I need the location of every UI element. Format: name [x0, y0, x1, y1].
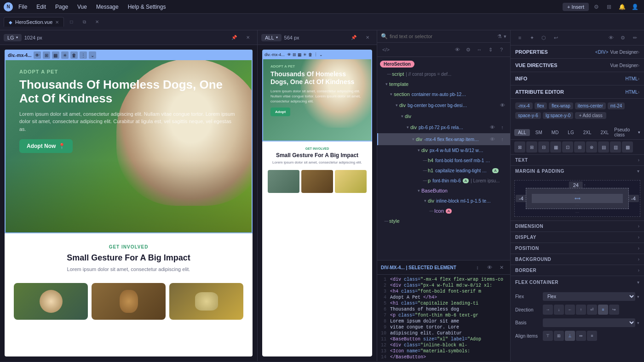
split-panel[interactable]: ⧉: [79, 17, 90, 28]
menu-file[interactable]: File: [15, 3, 31, 11]
margin-top-stepper[interactable]: ↑: [584, 183, 586, 187]
tree-node-herosection[interactable]: HeroSection: [377, 59, 510, 69]
flex-container-header[interactable]: FLEX CONTAINER ▾: [511, 276, 644, 288]
code-close-icon[interactable]: ✕: [496, 262, 506, 272]
menu-edit[interactable]: Edit: [33, 3, 50, 11]
layout-tool-8[interactable]: ▤: [598, 141, 609, 153]
minimize-panel[interactable]: □: [66, 17, 77, 28]
tree-toggle-basebutton[interactable]: ▾: [416, 188, 421, 193]
layout-tool-6[interactable]: ⊞: [574, 141, 585, 153]
code-icon[interactable]: </>: [381, 45, 391, 55]
class-tab-xl[interactable]: 2XL: [580, 129, 595, 136]
layout-tool-4[interactable]: ▦: [550, 141, 561, 153]
small-adopt-button[interactable]: Adopt: [270, 107, 290, 116]
class-tab-all[interactable]: ALL: [514, 129, 530, 136]
tree-node-section[interactable]: ▾ section container mx-auto pb-12 px-4: [377, 89, 510, 99]
margin-right-input[interactable]: [628, 195, 639, 202]
size-selector-large[interactable]: LG ▾: [4, 34, 22, 41]
menu-vue[interactable]: Vue: [74, 3, 91, 11]
direction-wrap-icon[interactable]: ⏎: [587, 305, 597, 315]
tree-toggle-style[interactable]: —: [384, 218, 389, 224]
eye-toggle-tree[interactable]: 👁: [497, 100, 507, 110]
pin-icon[interactable]: 📌: [229, 32, 240, 43]
properties-header[interactable]: PROPERTIES <DIV> Vue Designer ›: [511, 45, 644, 58]
notifications-icon[interactable]: 🔔: [616, 1, 627, 12]
canvas-viewport-large[interactable]: div.-mx-4... 👁 ⊞ ▦ ✳ 🗑 ⋮ ⌄: [0, 45, 257, 361]
props-icon-1[interactable]: ≡: [514, 32, 525, 43]
menu-help[interactable]: Help & Settings: [124, 3, 170, 11]
tree-toggle-section[interactable]: ▾: [388, 91, 394, 97]
canvas-viewport-small[interactable]: div.-mx-4... 👁 ⊞ ▦ ✳ 🗑 ⋮ ⌄: [258, 45, 377, 361]
herosection-tab[interactable]: ◆ HeroSection.vue ✕: [4, 17, 64, 27]
info-header[interactable]: INFO HTML ›: [511, 72, 644, 85]
align-end-icon[interactable]: ⊥: [565, 331, 575, 341]
tree-node-icon[interactable]: — Icon A: [377, 206, 510, 216]
tree-toggle-h1[interactable]: —: [422, 168, 428, 173]
margin-left-input[interactable]: [516, 195, 527, 202]
up-icon-mx4[interactable]: ↑: [497, 134, 507, 144]
tree-node-div-pb6[interactable]: ▾ div pb-6 pt-72 px-6 relative rounded-3…: [377, 121, 510, 133]
layout-tool-2[interactable]: ⊞: [526, 141, 537, 153]
tree-node-script[interactable]: — script | // const props = def...: [377, 69, 510, 79]
expand-icon[interactable]: ↔: [474, 45, 484, 55]
text-section-header[interactable]: TEXT ›: [511, 155, 644, 165]
eye-toggle-mx4[interactable]: 👁: [487, 134, 497, 144]
menu-page[interactable]: Page: [52, 3, 72, 11]
chevron-down-icon-tree[interactable]: ▾: [504, 34, 506, 40]
direction-row-icon[interactable]: →: [543, 305, 553, 315]
tree-toggle-h4[interactable]: —: [422, 158, 428, 163]
eye-icon-right[interactable]: 👁: [605, 32, 616, 43]
align-baseline-icon[interactable]: ≡: [587, 331, 597, 341]
pin-icon-small[interactable]: 📌: [348, 32, 359, 43]
display-section[interactable]: DISPLAY ›: [511, 232, 644, 243]
menu-message[interactable]: Message: [92, 3, 122, 11]
chip-flex[interactable]: flex: [535, 102, 547, 109]
layout-tool-3[interactable]: ⊟: [538, 141, 549, 153]
tab-close[interactable]: ✕: [55, 20, 59, 25]
layout-tool-7[interactable]: ⊗: [586, 141, 597, 153]
close-panel-small[interactable]: ✕: [362, 32, 373, 43]
attribute-editor-header[interactable]: ATTRIBUTE EDITOR HTML ›: [511, 85, 644, 98]
props-icon-4[interactable]: ↩: [550, 32, 561, 43]
align-start-icon[interactable]: ⊤: [543, 331, 553, 341]
direction-wrap-rev-icon[interactable]: ↪: [609, 305, 619, 315]
close-panel[interactable]: ✕: [92, 17, 103, 28]
gear-icon[interactable]: ⚙: [463, 45, 473, 55]
insert-button[interactable]: + Insert: [563, 3, 589, 11]
chip-space-y6[interactable]: space-y-6: [515, 112, 541, 119]
up-icon[interactable]: ↑: [497, 122, 507, 132]
tree-node-div-px4[interactable]: ▾ div px-4 w-full MD w-8/12 w-6/12: [377, 145, 510, 155]
pen-icon-right[interactable]: ✏: [629, 32, 640, 43]
layout-tool-1[interactable]: ⊠: [514, 141, 525, 153]
align-stretch-icon[interactable]: ⇔: [576, 331, 586, 341]
tree-node-style[interactable]: — style: [377, 216, 510, 226]
tree-toggle-icon[interactable]: —: [429, 208, 434, 214]
props-icon-3[interactable]: ⬡: [538, 32, 549, 43]
tree-toggle-div-bg[interactable]: ▾: [394, 102, 399, 108]
border-section[interactable]: BORDER ›: [511, 265, 644, 276]
tree-toggle-p[interactable]: —: [422, 178, 428, 183]
tree-toggle-div-mx4[interactable]: ▾: [410, 136, 416, 142]
position-section[interactable]: POSITION ›: [511, 243, 644, 254]
chip-lg-space-y0[interactable]: lg:space-y-0: [543, 112, 573, 119]
props-icon-2[interactable]: ✦: [526, 32, 537, 43]
tree-toggle-template[interactable]: ▾: [384, 81, 389, 87]
basis-select[interactable]: [543, 318, 635, 327]
tree-node-template[interactable]: ▾ template: [377, 79, 510, 89]
help-icon[interactable]: ?: [496, 45, 506, 55]
tree-toggle-div-empty[interactable]: ▾: [399, 113, 405, 119]
align-center-icon[interactable]: ⊞: [554, 331, 564, 341]
size-selector-small[interactable]: ALL ▾: [261, 34, 282, 41]
class-tab-lg[interactable]: LG: [564, 129, 577, 136]
tree-node-div-bg[interactable]: ▾ div bg-center bg-cover bg-design-image…: [377, 99, 510, 111]
vertical-icon[interactable]: ⇕: [485, 45, 495, 55]
adopt-now-button[interactable]: Adopt Now 📍: [19, 139, 73, 153]
tree-node-p[interactable]: — p font-thin mb-6 A | Lorem ipsu...: [377, 175, 510, 186]
chip-mt24[interactable]: mt-24: [608, 102, 625, 109]
class-tab-2xl[interactable]: 2XL: [597, 129, 613, 136]
layout-tool-9[interactable]: ▥: [610, 141, 621, 153]
tree-toggle-div-pb6[interactable]: ▾: [405, 124, 410, 130]
direction-col-rev-icon[interactable]: ↑: [576, 305, 586, 315]
code-expand-icon[interactable]: ↕: [472, 262, 483, 272]
tree-node-h4[interactable]: — h4 font-bold font-serif mb-1 pg-p...: [377, 155, 510, 165]
